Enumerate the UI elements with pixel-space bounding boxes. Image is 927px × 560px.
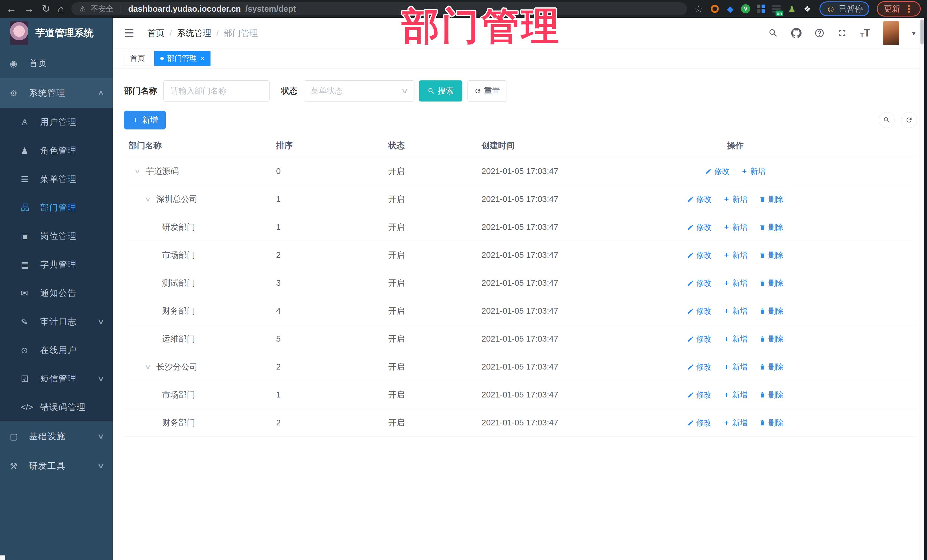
search-button[interactable]: 搜索 (419, 80, 462, 102)
add-action-link[interactable]: 新增 (723, 334, 748, 344)
actions-cell: 修改新增删除 (650, 306, 821, 316)
add-action-link[interactable]: 新增 (741, 166, 766, 176)
search-icon[interactable] (768, 28, 778, 38)
delete-action-link[interactable]: 删除 (759, 306, 784, 316)
sidebar-item-dict[interactable]: ▤字典管理 (0, 250, 112, 279)
dept-name-input[interactable] (163, 80, 269, 102)
add-action-link[interactable]: 新增 (723, 250, 748, 260)
sidebar-item-system[interactable]: ⚙系统管理∧ (0, 78, 112, 108)
address-bar[interactable]: ⚠ 不安全 | dashboard.yudao.iocoder.cn/syste… (71, 2, 687, 15)
extension-blue-pin-icon[interactable]: ◆ (725, 4, 735, 14)
tag-tab[interactable]: 部门管理× (154, 51, 211, 66)
sidebar-item-label: 错误码管理 (40, 401, 86, 413)
breadcrumb-item[interactable]: 首页 (147, 27, 164, 39)
forward-icon[interactable]: → (24, 4, 34, 14)
sidebar-item-tools[interactable]: ⚒研发工具∨ (0, 451, 112, 481)
status-select[interactable]: 菜单状态 ∨ (304, 80, 415, 102)
refresh-table-button[interactable] (901, 112, 917, 128)
tools-icon: ⚒ (10, 461, 22, 471)
expand-caret-icon[interactable]: ∨ (134, 168, 148, 175)
extension-orange-ring-icon[interactable] (710, 4, 720, 14)
add-action-link[interactable]: 新增 (723, 418, 748, 428)
sidebar-item-online[interactable]: ⊙在线用户 (0, 336, 112, 364)
add-action-link[interactable]: 新增 (723, 390, 748, 400)
add-icon (723, 224, 730, 231)
edit-action-link[interactable]: 修改 (687, 362, 712, 372)
sidebar-item-errcode[interactable]: </>错误码管理 (0, 393, 112, 422)
browser-update-button[interactable]: 更新 ⋮ (877, 1, 921, 17)
hamburger-icon[interactable]: ☰ (124, 27, 134, 39)
add-action-link[interactable]: 新增 (723, 306, 748, 316)
actions-cell: 修改新增删除 (650, 362, 821, 372)
profile-paused-pill[interactable]: ☺ 已暂停 (819, 2, 869, 16)
show-search-button[interactable] (879, 112, 895, 128)
sort-cell: 2 (276, 362, 388, 372)
delete-action-link[interactable]: 删除 (759, 222, 784, 232)
expand-caret-icon[interactable]: ∨ (144, 196, 158, 203)
sidebar-item-menu[interactable]: ☰菜单管理 (0, 165, 112, 193)
delete-action-link[interactable]: 删除 (759, 418, 784, 428)
delete-action-link[interactable]: 删除 (759, 334, 784, 344)
home-icon[interactable]: ⌂ (58, 4, 64, 14)
delete-action-link[interactable]: 删除 (759, 250, 784, 260)
avatar[interactable] (883, 21, 899, 45)
tag-tab[interactable]: 首页 (124, 51, 151, 66)
add-action-link[interactable]: 新增 (723, 194, 748, 205)
edit-action-link[interactable]: 修改 (687, 334, 712, 344)
sidebar-item-dept[interactable]: 品部门管理 (0, 193, 112, 222)
back-icon[interactable]: ← (6, 4, 17, 14)
sidebar-item-notice[interactable]: ✉通知公告 (0, 279, 112, 307)
close-icon[interactable]: × (200, 55, 205, 62)
extension-list-on-icon[interactable]: on (772, 4, 781, 14)
menu-dots-icon[interactable]: ⋮ (904, 3, 913, 15)
edit-action-link[interactable]: 修改 (687, 278, 712, 288)
sidebar-item-audit[interactable]: ✎审计日志∨ (0, 307, 112, 336)
sidebar-item-post[interactable]: ▣岗位管理 (0, 222, 112, 250)
delete-action-link[interactable]: 删除 (759, 278, 784, 288)
scrollbar-thumb[interactable] (921, 20, 924, 44)
reload-icon[interactable]: ↻ (42, 4, 50, 14)
expand-caret-icon[interactable]: ∨ (144, 363, 158, 371)
search-icon (883, 116, 891, 124)
dept-name: 财务部门 (162, 305, 195, 317)
add-action-link[interactable]: 新增 (723, 278, 748, 288)
sidebar-item-sms[interactable]: ☑短信管理∨ (0, 364, 112, 393)
page-scrollbar[interactable] (919, 18, 924, 560)
reset-button[interactable]: 重置 (468, 80, 507, 102)
delete-action-link[interactable]: 删除 (759, 362, 784, 372)
extensions-puzzle-icon[interactable]: ❖ (802, 4, 812, 14)
add-action-link[interactable]: 新增 (723, 222, 748, 232)
breadcrumb-item[interactable]: 系统管理 (177, 27, 211, 39)
status-cell: 开启 (388, 333, 482, 345)
edit-action-link[interactable]: 修改 (687, 390, 712, 400)
screen: ← → ↻ ⌂ ⚠ 不安全 | dashboard.yudao.iocoder.… (0, 0, 927, 560)
sidebar-item-home[interactable]: ◉首页 (0, 49, 112, 78)
github-icon[interactable] (791, 28, 802, 38)
edit-action-link[interactable]: 修改 (687, 222, 712, 232)
status-cell: 开启 (388, 417, 482, 428)
add-icon (723, 419, 730, 426)
logo-row[interactable]: 芋道管理系统 (0, 18, 112, 49)
extension-green-figure-icon[interactable]: ♟ (787, 4, 797, 14)
extension-grid-icon[interactable] (756, 4, 766, 14)
add-button[interactable]: 新增 (124, 111, 166, 129)
sidebar-item-role[interactable]: ♟角色管理 (0, 136, 112, 165)
edit-action-link[interactable]: 修改 (687, 306, 712, 316)
edit-action-link[interactable]: 修改 (687, 250, 712, 260)
action-label: 修改 (696, 250, 712, 260)
edit-action-link[interactable]: 修改 (705, 166, 729, 176)
edit-action-link[interactable]: 修改 (687, 418, 712, 428)
edit-action-link[interactable]: 修改 (687, 194, 712, 205)
fullscreen-icon[interactable] (837, 28, 847, 38)
help-icon[interactable] (815, 28, 825, 38)
delete-action-link[interactable]: 删除 (759, 194, 784, 205)
sidebar-item-user[interactable]: ♙用户管理 (0, 108, 112, 136)
dept-name: 财务部门 (162, 417, 195, 428)
bookmark-star-icon[interactable]: ☆ (694, 3, 703, 14)
delete-action-link[interactable]: 删除 (759, 390, 784, 400)
chevron-down-icon[interactable]: ▾ (912, 29, 916, 38)
font-size-icon[interactable]: TT (860, 28, 870, 38)
extension-green-v-icon[interactable]: V (741, 4, 751, 14)
add-action-link[interactable]: 新增 (723, 362, 748, 372)
sidebar-item-infra[interactable]: ▢基础设施∨ (0, 422, 112, 451)
